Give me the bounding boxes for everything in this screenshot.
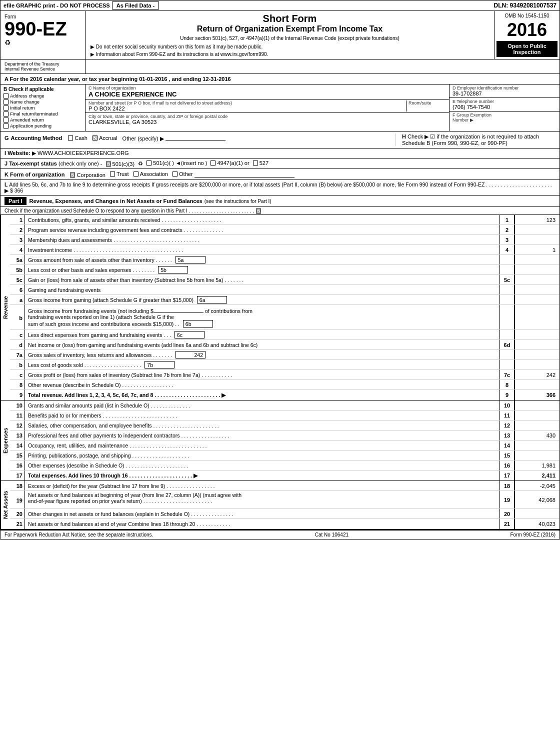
line-6d-amount [514, 340, 560, 350]
line-6a-amount [514, 295, 560, 304]
org-trust: Trust [110, 171, 129, 177]
accounting-title: Accounting Method [11, 135, 62, 141]
dln-label: DLN: 93492081007537 [494, 2, 556, 9]
website-url: WWW.ACHOICEEXPERIENCE.ORG [38, 150, 129, 156]
dept-line2: Internal Revenue Service [4, 66, 81, 72]
line-6b-num: b [10, 305, 25, 330]
line-18-row: 18 Excess or (deficit) for the year (Sub… [10, 481, 560, 491]
fundraising-blank [154, 306, 204, 313]
line-5b-amount [514, 265, 560, 274]
room-label: Room/suite [408, 100, 446, 106]
line-2-row: 2 Program service revenue including gove… [10, 225, 560, 235]
form-subtitle: Return of Organization Exempt From Incom… [90, 24, 489, 34]
line-6c-desc: Less direct expenses from gaming and fun… [25, 330, 500, 340]
line-5c-amount [514, 275, 560, 284]
part-i-label: Part I [4, 197, 26, 205]
accounting-label: G [4, 135, 9, 141]
header-center: Short Form Return of Organization Exempt… [86, 11, 494, 59]
check-address: Address change [4, 93, 82, 98]
add-lines-text: Add lines 5b, 6c, and 7b to line 9 to de… [4, 182, 552, 194]
line-15-desc: Printing, publications, postage, and shi… [25, 452, 500, 460]
checkbox-527 [253, 160, 258, 166]
expenses-lines: 10 Grants and similar amounts paid (list… [10, 400, 560, 480]
line-19-desc: Net assets or fund balances at beginning… [25, 491, 500, 505]
line-2-num: 2 [10, 225, 25, 234]
line-5a-num: 5a [10, 255, 25, 264]
section-a: A For the 2016 calendar year, or tax yea… [0, 74, 560, 84]
line-5a-inline-box: 5a [176, 256, 206, 264]
line-13-ref: 13 [500, 430, 514, 440]
line-13-amount: 430 [514, 430, 560, 440]
line-7b-amount [514, 360, 560, 370]
line-7a-ref [500, 350, 514, 360]
cash-option: Cash [68, 135, 88, 141]
checkbox-cash [68, 136, 73, 140]
line-3-amount [514, 235, 560, 244]
checkbox-name [4, 100, 8, 104]
cat-number: Cat No 106421 [315, 532, 348, 538]
line-14-num: 14 [10, 440, 25, 450]
check-h-section: H Check ▶ ☑ if the organization is not r… [396, 134, 556, 146]
year-box: OMB No 1545-1150 2016 Open to Public Ins… [494, 11, 560, 59]
section-note: Under section 501(c), 527, or 4947(a)(1)… [90, 36, 489, 41]
checkbox-trust [110, 172, 115, 176]
line-14-amount [514, 440, 560, 450]
ein-label: D Employer identification number [452, 86, 556, 90]
line-8-row: 8 Other revenue (describe in Schedule O)… [10, 380, 560, 390]
line-2-amount [514, 225, 560, 234]
line-21-amount: 40,023 [514, 519, 560, 529]
line-6b-inline-box: 6b [183, 320, 213, 328]
tax-501c: 501(c)( ) ◄(insert no ) [146, 160, 207, 166]
tax-527: 527 [253, 160, 268, 166]
line-16-amount: 1,981 [514, 460, 560, 470]
accounting-left: G Accounting Method Cash ☑ Accrual Other… [4, 134, 226, 142]
line-4-ref: 4 [500, 245, 514, 254]
form-number: 990-EZ [4, 20, 67, 38]
org-assoc: Association [134, 171, 168, 177]
form-ref: Form 990-EZ (2016) [510, 532, 556, 538]
line-7a-num: 7a [10, 350, 25, 360]
line-21-num: 21 [10, 519, 25, 529]
tax-year: 2016 [507, 20, 547, 40]
line-14-ref: 14 [500, 440, 514, 450]
tax-label: J [4, 160, 8, 166]
open-public-label: Open to Public Inspection [496, 41, 558, 57]
checkbox-initial [4, 106, 8, 110]
line-6c-row: c Less direct expenses from gaming and f… [10, 330, 560, 340]
recycle-icon: ♻ [4, 38, 11, 46]
check-final: Final return/terminated [4, 111, 82, 116]
line-15-num: 15 [10, 450, 25, 460]
line-20-row: 20 Other changes in net assets or fund b… [10, 509, 560, 519]
line-6c-ref [500, 330, 514, 340]
line-6b-ref [500, 305, 514, 330]
line-3-ref: 3 [500, 235, 514, 244]
line-8-ref: 8 [500, 380, 514, 390]
line-6c-amount [514, 330, 560, 340]
checkbox-501c [146, 160, 152, 166]
form-org-title: Form of organization [10, 172, 64, 178]
schedule-checkbox: ☑ [256, 208, 261, 214]
address-row: Number and street (or P O box, if mail i… [86, 100, 449, 113]
recycle-icon2: ♻ [138, 160, 143, 166]
line-21-ref: 21 [500, 519, 514, 529]
line-12-amount [514, 420, 560, 430]
website-arrow: ▶ [32, 150, 36, 156]
line-9-num: 9 [10, 390, 25, 400]
address-value: P O BOX 2422 [88, 106, 406, 112]
line-5a-desc: Gross amount from sale of assets other t… [25, 255, 500, 264]
line-19-num: 19 [10, 491, 25, 508]
line-7a-desc: Gross sales of inventory, less returns a… [25, 350, 500, 360]
line-16-ref: 16 [500, 460, 514, 470]
line-20-num: 20 [10, 509, 25, 518]
line-6b-row: b Gross income from fundraising events (… [10, 305, 560, 330]
line-16-desc: Other expenses (describe in Schedule O) … [25, 462, 500, 470]
line-9-amount: 366 [514, 390, 560, 400]
line-6-desc: Gaming and fundraising events [25, 286, 500, 294]
dept-left: Department of the Treasury Internal Reve… [0, 60, 86, 74]
line-6b-amount [514, 305, 560, 330]
paperwork-notice: For Paperwork Reduction Act Notice, see … [4, 532, 153, 538]
line-6a-inline-box: 6a [197, 296, 227, 304]
line-12-ref: 12 [500, 420, 514, 430]
part-i-section: Part I Revenue, Expenses, and Changes in… [0, 196, 560, 530]
line-7c-row: c Gross profit or (loss) from sales of i… [10, 370, 560, 380]
